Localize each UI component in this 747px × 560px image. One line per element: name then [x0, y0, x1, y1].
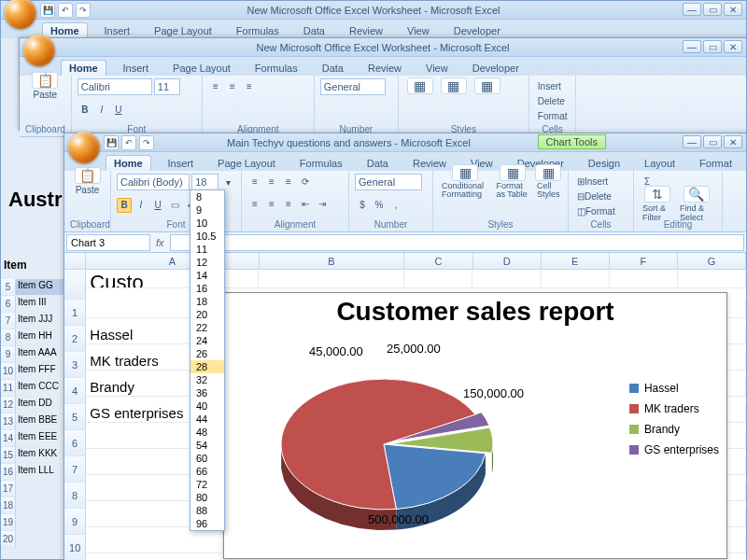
- tab-insert[interactable]: Insert: [161, 156, 202, 171]
- row-header[interactable]: 9: [1, 346, 16, 363]
- tab-developer[interactable]: Developer: [446, 23, 508, 38]
- paste-button[interactable]: 📋Paste: [70, 174, 105, 189]
- col-header[interactable]: F: [610, 253, 678, 269]
- align-right-icon[interactable]: ≡: [281, 197, 296, 212]
- font-size-option[interactable]: 96: [190, 517, 224, 530]
- minimize-button[interactable]: —: [683, 40, 701, 53]
- font-size-option[interactable]: 16: [190, 282, 224, 295]
- cell[interactable]: Custo: [86, 270, 259, 288]
- cell[interactable]: [678, 270, 746, 288]
- sort-filter-button[interactable]: ⇅Sort & Filter: [640, 197, 675, 212]
- tab-view[interactable]: View: [418, 61, 456, 76]
- close-button[interactable]: ✕: [724, 135, 742, 148]
- col-header[interactable]: D: [473, 253, 542, 269]
- ctx-tab-layout[interactable]: Layout: [637, 156, 683, 171]
- row-header[interactable]: 6: [1, 296, 16, 313]
- font-size-option[interactable]: 72: [190, 478, 224, 491]
- tab-pagelayout[interactable]: Page Layout: [147, 23, 219, 38]
- cell[interactable]: [259, 270, 404, 288]
- cond-fmt-button[interactable]: ▦Conditional Formatting: [439, 174, 491, 189]
- align-bot-icon[interactable]: ≡: [281, 174, 296, 189]
- row-header[interactable]: 4: [64, 378, 86, 404]
- tab-data[interactable]: Data: [296, 23, 332, 38]
- ctx-tab-format[interactable]: Format: [692, 156, 740, 171]
- minimize-button[interactable]: —: [683, 3, 701, 16]
- col-header[interactable]: C: [404, 253, 472, 269]
- font-size-option[interactable]: 26: [190, 347, 224, 360]
- name-box[interactable]: Chart 3: [66, 234, 150, 251]
- font-size-option[interactable]: 20: [190, 308, 224, 321]
- col-header[interactable]: E: [542, 253, 610, 269]
- font-size-option[interactable]: 36: [190, 386, 224, 399]
- font-size-option[interactable]: 66: [190, 465, 224, 478]
- row-header[interactable]: 8: [1, 329, 16, 346]
- font-size-option[interactable]: 40: [190, 399, 224, 413]
- font-size-option[interactable]: 18: [190, 295, 224, 308]
- font-size-option[interactable]: 9: [190, 203, 224, 217]
- tab-insert[interactable]: Insert: [97, 23, 138, 38]
- tab-home[interactable]: Home: [106, 155, 151, 171]
- office-button-front[interactable]: [68, 132, 100, 163]
- font-size-option[interactable]: 60: [190, 452, 224, 465]
- font-size-option[interactable]: 48: [190, 426, 224, 439]
- row-header[interactable]: 8: [64, 483, 86, 509]
- format-cells[interactable]: Format: [535, 109, 571, 124]
- cond-fmt-button[interactable]: ▦: [404, 78, 436, 93]
- font-size-option[interactable]: 32: [190, 373, 224, 386]
- cell[interactable]: Item CCC: [16, 380, 64, 397]
- cell[interactable]: Item EEE: [16, 430, 64, 447]
- comma-icon[interactable]: ,: [388, 198, 403, 213]
- delete-cells[interactable]: Delete: [535, 93, 568, 108]
- tab-review[interactable]: Review: [360, 61, 409, 76]
- border-button[interactable]: ▭: [167, 198, 182, 213]
- number-format-combo[interactable]: General: [355, 174, 422, 190]
- row-header[interactable]: 14: [1, 430, 16, 447]
- cell[interactable]: Item HH: [16, 329, 64, 346]
- cell-styles-button[interactable]: ▦: [472, 78, 503, 93]
- row-header[interactable]: 6: [64, 430, 86, 456]
- fmt-table-button[interactable]: ▦: [438, 78, 470, 93]
- col-header[interactable]: A: [86, 253, 259, 269]
- tab-formulas[interactable]: Formulas: [247, 61, 305, 76]
- format-cells[interactable]: ◫ Format: [574, 204, 618, 219]
- save-icon[interactable]: 💾: [40, 3, 55, 18]
- tab-developer[interactable]: Developer: [465, 61, 527, 76]
- undo-icon[interactable]: ↶: [58, 3, 73, 18]
- cell[interactable]: Item DD: [16, 397, 64, 413]
- font-size-option[interactable]: 24: [190, 334, 224, 347]
- align-center-icon[interactable]: ≡: [264, 197, 279, 212]
- font-size-option[interactable]: 88: [190, 504, 224, 517]
- percent-icon[interactable]: %: [372, 198, 387, 213]
- cell[interactable]: Item AAA: [16, 346, 64, 363]
- indent-dec-icon[interactable]: ⇤: [298, 197, 313, 212]
- font-size-combo[interactable]: 18: [191, 174, 218, 190]
- tab-pagelayout[interactable]: Page Layout: [165, 61, 238, 76]
- currency-icon[interactable]: $: [355, 198, 370, 213]
- font-size-option[interactable]: 12: [190, 256, 224, 269]
- font-size-option[interactable]: 44: [190, 413, 224, 426]
- cell[interactable]: Item JJJ: [16, 313, 64, 329]
- tab-data[interactable]: Data: [315, 61, 351, 76]
- row-header[interactable]: 3: [64, 352, 86, 378]
- row-header[interactable]: 1: [64, 300, 86, 326]
- row-header[interactable]: 13: [1, 413, 16, 430]
- orientation-icon[interactable]: ⟳: [298, 174, 313, 189]
- save-icon[interactable]: 💾: [104, 135, 119, 150]
- cell[interactable]: [542, 270, 610, 288]
- cell[interactable]: Item LLL: [16, 464, 64, 481]
- row-header[interactable]: 11: [1, 380, 16, 397]
- font-size-option[interactable]: 11: [190, 243, 224, 256]
- row-header[interactable]: 5: [64, 404, 86, 430]
- tab-home[interactable]: Home: [61, 60, 106, 76]
- cell[interactable]: [472, 270, 541, 288]
- find-select-button[interactable]: 🔍Find & Select: [677, 197, 716, 212]
- bold-button[interactable]: B: [117, 198, 132, 213]
- align-left-icon[interactable]: ≡: [247, 197, 262, 212]
- underline-button[interactable]: U: [111, 103, 126, 118]
- cell[interactable]: [610, 270, 678, 288]
- italic-button[interactable]: I: [134, 198, 148, 213]
- cell[interactable]: Item KKK: [16, 447, 64, 464]
- formula-input[interactable]: [170, 234, 744, 251]
- restore-button[interactable]: ▭: [703, 40, 722, 53]
- row-header[interactable]: 16: [1, 464, 16, 481]
